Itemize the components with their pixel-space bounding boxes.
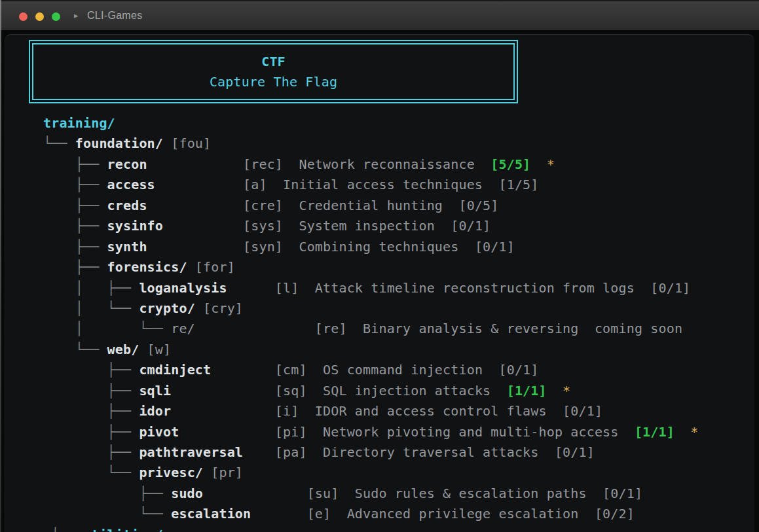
terminal-pane[interactable]: CTF Capture The Flag training/└── founda… [5, 34, 754, 532]
tree-seg-code: [su] [307, 486, 339, 501]
tree-seg-desc: Combining techniques [283, 239, 458, 255]
run-arrow-icon: ▸ [74, 10, 79, 20]
tree-line: │ └── crypto/ [cry] [43, 298, 699, 319]
tree-seg-star: * [675, 424, 699, 440]
tree-seg-code: [cre] [243, 198, 283, 213]
tree-seg-desc: IDOR and access control flaws [299, 403, 546, 419]
tree-seg-code: [cm] [275, 362, 307, 378]
tree-seg-desc: Network pivoting and multi-hop access [307, 424, 619, 440]
tree-seg-code: [cry] [195, 300, 243, 316]
tree-seg-name: recon [107, 156, 243, 172]
tree-seg-name: web/ [107, 342, 139, 357]
tree-line: └── privesc/ [pr] [43, 463, 699, 483]
tree-line: │ ├── loganalysis [l] Attack timeline re… [43, 278, 699, 298]
tree-seg-name: synth [107, 239, 243, 255]
tree-seg-tree: ├── [43, 177, 107, 192]
tree-line: └── foundation/ [fou] [43, 133, 699, 154]
tree-seg-count: [0/1] [539, 444, 595, 460]
tree-seg-tree: └── [43, 527, 83, 532]
zoom-button[interactable] [52, 12, 60, 21]
traffic-lights [19, 12, 60, 21]
tree-seg-desc: Credential hunting [283, 198, 443, 213]
tree-seg-tree: ├── [43, 486, 171, 501]
tree-seg-tree: ├── [43, 424, 139, 440]
tree-seg-desc: Network reconnaissance [283, 156, 475, 172]
tree-seg-name: forensics/ [107, 259, 187, 275]
minimize-button[interactable] [35, 12, 44, 21]
terminal-body: CTF Capture The Flag training/└── founda… [0, 30, 759, 532]
tree-line: ├── sqli [sq] SQL injection attacks [1/1… [43, 381, 699, 401]
tree-seg-tree: ├── [43, 239, 107, 255]
tree-seg-code: [i] [275, 403, 299, 419]
tree-line: ├── access [a] Initial access techniques… [43, 175, 699, 195]
tree-seg-name: foundation/ [75, 135, 163, 151]
ctf-banner-inner-border: CTF Capture The Flag [32, 43, 515, 100]
tree-seg-desc: coming soon [579, 321, 683, 336]
tree-line: ├── idor [i] IDOR and access control fla… [43, 401, 699, 421]
tree-seg-tree: │ └── [43, 321, 171, 336]
tree-seg-tree: ├── [43, 218, 107, 234]
tree-seg-tree: └── [43, 342, 107, 357]
tree-seg-name: crypto/ [139, 300, 194, 316]
tree-seg-code: [rec] [243, 156, 283, 172]
tree-seg-code: [pa] [275, 444, 307, 460]
tree-seg-code: [pi] [275, 424, 307, 440]
tree-seg-count: [0/1] [458, 239, 514, 255]
tree-line: └── escalation [e] Advanced privilege es… [43, 504, 699, 524]
tree-seg-name: idor [139, 403, 274, 419]
tree-seg-code: [a] [243, 177, 267, 192]
tree-seg-name: privesc/ [139, 465, 203, 480]
tree-seg-tree: ├── [43, 444, 139, 460]
tree-seg-done: [1/1] [491, 383, 546, 399]
tree-seg-tree: ├── [43, 383, 139, 399]
tree-line: ├── pathtraversal [pa] Directory travers… [43, 442, 699, 463]
tree-seg-tree: └── [43, 506, 171, 522]
tree-seg-code: [pr] [203, 465, 243, 480]
tree-line: └── web/ [w] [43, 340, 699, 360]
tree-seg-code: [w] [139, 342, 171, 357]
tree-seg-code: [fou] [163, 135, 211, 151]
tree-seg-count: [0/2] [578, 506, 634, 522]
tree-seg-tree: │ ├── [43, 280, 139, 296]
banner-title: CTF [261, 52, 286, 72]
tree-seg-desc: SQL injection attacks [307, 383, 491, 399]
tree-seg-tree: ├── [43, 156, 107, 172]
tree-seg-tree: └── [43, 465, 139, 480]
tree-seg-name: loganalysis [139, 280, 274, 296]
tree-seg-desc: Sudo rules & escalation paths [339, 486, 586, 501]
terminal-window: ▸ CLI-Games CTF Capture The Flag trainin… [0, 0, 759, 532]
tree-line: │ └── re/ [re] Binary analysis & reversi… [43, 319, 699, 339]
tree-seg-name: sqli [139, 383, 274, 399]
tree-line: ├── sudo [su] Sudo rules & escalation pa… [43, 484, 699, 504]
tree-line: ├── forensics/ [for] [43, 257, 699, 277]
tree-seg-tree: ├── [43, 403, 139, 419]
tree-seg-code: [re] [315, 321, 347, 336]
tree-seg-name: sysinfo [107, 218, 243, 234]
tree-seg-name: cmdinject [139, 362, 274, 378]
window-edge-highlight [0, 0, 1, 532]
tree-line: ├── synth [syn] Combining techniques [0/… [43, 237, 699, 257]
window-title: CLI-Games [87, 10, 143, 22]
tree-line: ├── recon [rec] Network reconnaissance [… [43, 154, 699, 175]
tree-seg-tree: ├── [43, 198, 107, 213]
tree-line: ├── sysinfo [sys] System inspection [0/1… [43, 216, 699, 236]
tree-seg-count: [0/1] [587, 486, 642, 501]
tree-seg-name: sudo [171, 486, 306, 501]
tree-seg-name: escalation [171, 506, 306, 522]
tree-seg-tree: ├── [43, 259, 107, 275]
tree-seg-tree: │ └── [43, 300, 139, 316]
tree-seg-desc: Binary analysis & reversing [347, 321, 579, 336]
close-button[interactable] [19, 12, 28, 21]
tree-seg-desc: System inspection [283, 218, 435, 234]
tree-seg-dim: re/ [171, 321, 315, 336]
tree-seg-done: [5/5] [475, 156, 530, 172]
tree-seg-name: pathtraversal [139, 444, 274, 460]
tree-seg-section: training/ [43, 115, 115, 131]
window-titlebar: ▸ CLI-Games [0, 0, 759, 31]
ctf-banner: CTF Capture The Flag [29, 40, 518, 103]
tree-seg-code: [sq] [275, 383, 307, 399]
tree-seg-count: [0/1] [435, 218, 491, 234]
tree-line: ├── pivot [pi] Network pivoting and mult… [43, 422, 699, 442]
tree-seg-desc: Attack timeline reconstruction from logs [299, 280, 634, 296]
tree-seg-desc: OS command injection [307, 362, 483, 378]
